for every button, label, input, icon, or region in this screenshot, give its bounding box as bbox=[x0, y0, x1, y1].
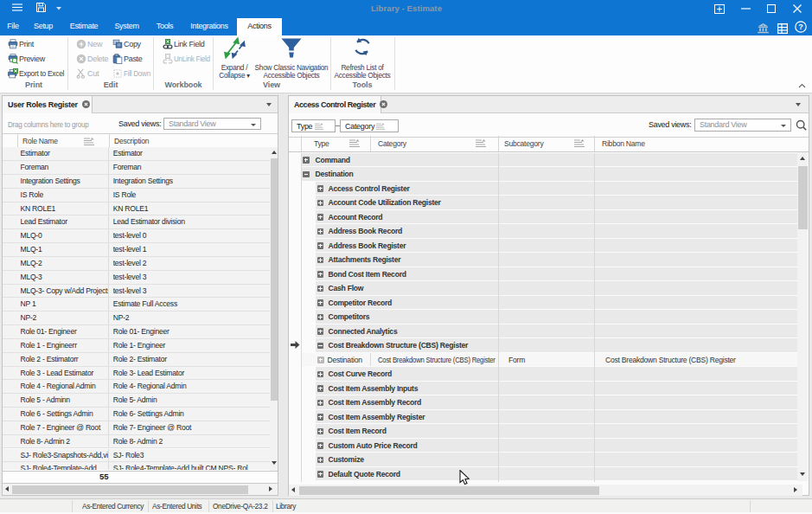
svg-text:?: ? bbox=[798, 22, 803, 31]
